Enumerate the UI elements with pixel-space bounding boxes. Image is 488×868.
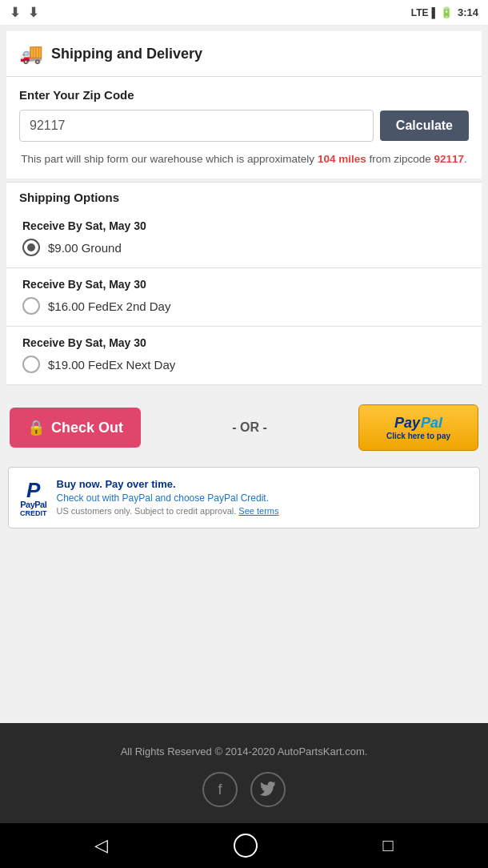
checkout-button[interactable]: 🔒 Check Out — [10, 408, 141, 448]
credit-label: CREDIT — [20, 509, 47, 517]
radio-option-3[interactable] — [22, 356, 40, 373]
option-2-row: $16.00 FedEx 2nd Day — [22, 297, 466, 315]
option-3-date: Receive By Sat, May 30 — [22, 336, 466, 349]
download-icon-1: ⬇ — [10, 5, 20, 20]
truck-icon: 🚚 — [19, 42, 43, 65]
ship-info: This part will ship form our warehouse w… — [19, 151, 469, 167]
section-header: 🚚 Shipping and Delivery — [6, 31, 482, 77]
facebook-icon[interactable]: f — [202, 772, 238, 807]
zip-input[interactable] — [19, 110, 374, 142]
option-1-row: $9.00 Ground — [22, 239, 466, 256]
fine-print: US customers only. Subject to credit app… — [57, 505, 279, 517]
miles-highlight: 104 miles — [318, 153, 366, 165]
battery-icon: 🔋 — [440, 6, 453, 18]
back-button[interactable]: ◁ — [94, 835, 108, 856]
section-title: Shipping and Delivery — [51, 46, 202, 62]
paypal-credit-banner: P PayPal CREDIT Buy now. Pay over time. … — [8, 467, 480, 528]
paypal-credit-content: Buy now. Pay over time. Check out with P… — [57, 477, 279, 517]
ship-info-text3: . — [464, 153, 467, 165]
download-icon-2: ⬇ — [28, 5, 38, 20]
footer-social: f — [13, 772, 475, 807]
shipping-options-header: Shipping Options — [6, 182, 482, 210]
shipping-option-1[interactable]: Receive By Sat, May 30 $9.00 Ground — [6, 210, 482, 268]
option-1-label: $9.00 Ground — [48, 241, 122, 255]
twitter-bird-icon — [260, 782, 276, 798]
shipping-option-3[interactable]: Receive By Sat, May 30 $19.00 FedEx Next… — [6, 327, 482, 385]
nav-bar: ◁ □ — [0, 823, 488, 868]
radio-option-2[interactable] — [22, 297, 40, 315]
shipping-option-2[interactable]: Receive By Sat, May 30 $16.00 FedEx 2nd … — [6, 268, 482, 327]
option-3-row: $19.00 FedEx Next Day — [22, 356, 466, 373]
see-terms-link[interactable]: See terms — [238, 506, 278, 516]
signal-indicator: LTE▐ — [411, 7, 435, 18]
option-2-label: $16.00 FedEx 2nd Day — [48, 299, 170, 313]
checkout-label: Check Out — [51, 420, 123, 436]
shipping-options-title: Shipping Options — [19, 191, 119, 204]
home-button[interactable] — [234, 834, 258, 858]
zip-row: Calculate — [19, 110, 469, 142]
lock-icon: 🔒 — [27, 419, 45, 436]
option-1-date: Receive By Sat, May 30 — [22, 219, 466, 232]
option-3-label: $19.00 FedEx Next Day — [48, 358, 175, 372]
ship-info-text2: from zipcode — [366, 153, 434, 165]
paypal-credit-logo: P PayPal CREDIT — [20, 478, 47, 517]
buy-now-text: Buy now. Pay over time. — [57, 477, 279, 492]
shipping-options-list: Receive By Sat, May 30 $9.00 Ground Rece… — [6, 210, 482, 385]
zip-label: Enter Your Zip Code — [19, 88, 469, 102]
footer: All Rights Reserved © 2014-2020 AutoPart… — [0, 723, 488, 823]
twitter-icon[interactable] — [250, 772, 286, 807]
fine-print-text: US customers only. Subject to credit app… — [57, 506, 237, 516]
paypal-button[interactable]: PayPal Click here to pay — [358, 404, 478, 451]
checkout-row: 🔒 Check Out - OR - PayPal Click here to … — [0, 392, 488, 464]
recent-button[interactable]: □ — [382, 835, 393, 856]
main-card: 🚚 Shipping and Delivery Enter Your Zip C… — [6, 31, 482, 385]
time-display: 3:14 — [458, 6, 478, 18]
paypal-sub-label: Click here to pay — [386, 432, 450, 440]
status-bar: ⬇ ⬇ LTE▐ 🔋 3:14 — [0, 0, 488, 25]
checkout-msg: Check out with PayPal and choose PayPal … — [57, 492, 279, 505]
facebook-letter: f — [218, 782, 222, 798]
zip-highlight: 92117 — [434, 153, 464, 165]
footer-copyright: All Rights Reserved © 2014-2020 AutoPart… — [13, 745, 475, 757]
option-2-date: Receive By Sat, May 30 — [22, 278, 466, 291]
calculate-button[interactable]: Calculate — [380, 111, 469, 141]
zip-section: Enter Your Zip Code Calculate This part … — [6, 77, 482, 179]
ship-info-text1: This part will ship form our warehouse w… — [21, 153, 318, 165]
radio-option-1[interactable] — [22, 239, 40, 256]
or-divider: - OR - — [232, 420, 267, 435]
